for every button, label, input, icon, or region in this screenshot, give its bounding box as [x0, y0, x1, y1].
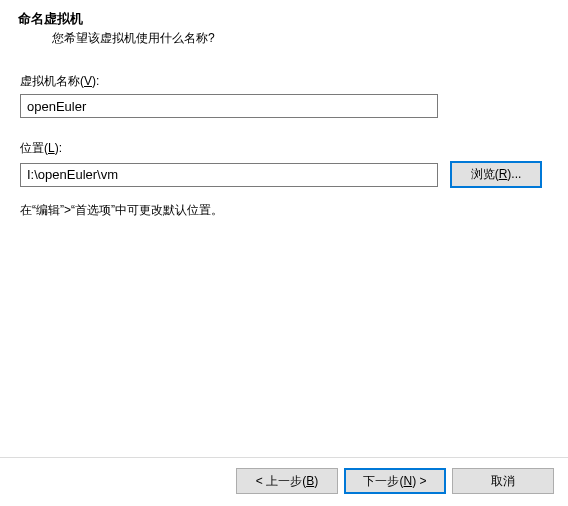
vm-name-label: 虚拟机名称(V): [20, 73, 548, 90]
vm-location-label: 位置(L): [20, 140, 548, 157]
browse-button[interactable]: 浏览(R)... [450, 161, 542, 188]
wizard-footer: < 上一步(B) 下一步(N) > 取消 [0, 457, 568, 506]
vm-name-input[interactable] [20, 94, 438, 118]
wizard-content: 虚拟机名称(V): 位置(L): 浏览(R)... 在“编辑”>“首选项”中可更… [0, 55, 568, 219]
back-button[interactable]: < 上一步(B) [236, 468, 338, 494]
wizard-header: 命名虚拟机 您希望该虚拟机使用什么名称? [0, 0, 568, 55]
next-button[interactable]: 下一步(N) > [344, 468, 446, 494]
vm-location-input[interactable] [20, 163, 438, 187]
wizard-subtitle: 您希望该虚拟机使用什么名称? [52, 30, 550, 47]
cancel-button[interactable]: 取消 [452, 468, 554, 494]
wizard-title: 命名虚拟机 [18, 10, 550, 28]
location-hint: 在“编辑”>“首选项”中可更改默认位置。 [20, 202, 548, 219]
